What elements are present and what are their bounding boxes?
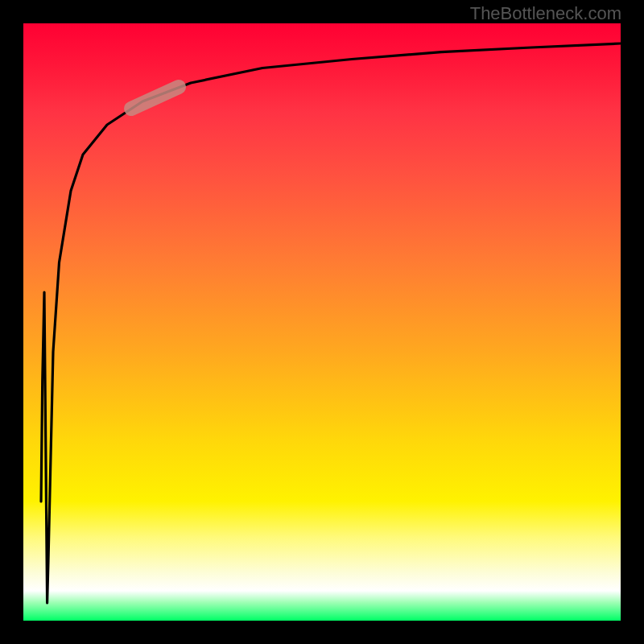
- plot-area: [23, 23, 621, 621]
- chart-container: TheBottleneck.com: [0, 0, 644, 644]
- bottleneck-curve: [41, 43, 621, 603]
- curve-svg: [23, 23, 621, 621]
- highlight-segment: [131, 87, 179, 109]
- watermark-text: TheBottleneck.com: [470, 3, 621, 24]
